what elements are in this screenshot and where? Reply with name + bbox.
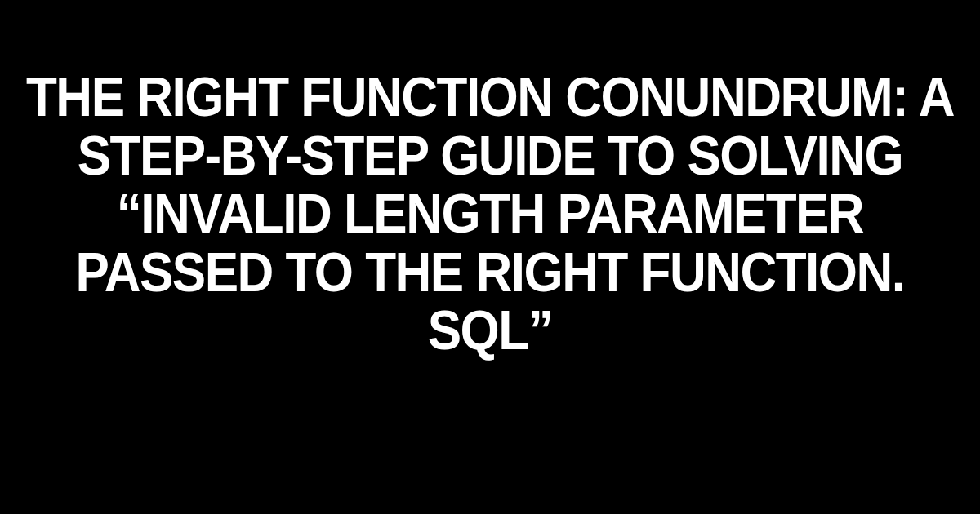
page-title: The RIGHT Function Conundrum: A Step-by-… (0, 68, 980, 360)
